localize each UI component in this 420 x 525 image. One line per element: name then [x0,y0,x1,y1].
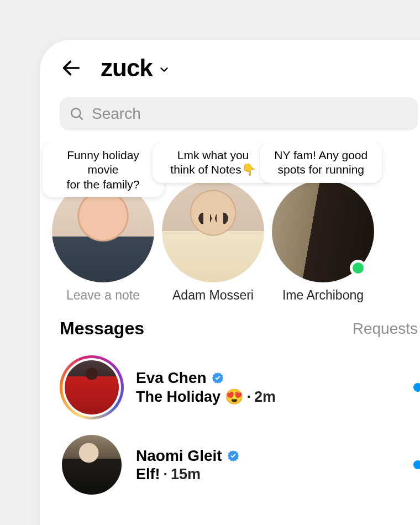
dm-inbox-screen: zuck Search Funny holiday movie for the … [40,40,420,525]
sender-name: Naomi Gleit [136,447,222,465]
back-button[interactable] [60,56,83,80]
search-placeholder: Search [92,105,141,123]
online-indicator [350,260,366,276]
avatar-wrap [60,355,124,419]
search-input[interactable]: Search [60,97,418,130]
message-content: Eva Chen The Holiday 😍 · 2m [136,369,401,406]
arrow-left-icon [60,57,82,79]
note-label: Leave a note [66,288,140,303]
message-sep: · [164,466,168,483]
message-preview: The Holiday 😍 [136,388,244,406]
section-header: Messages Requests [40,303,420,349]
requests-link[interactable]: Requests [353,320,418,338]
message-time: 15m [171,466,201,483]
chevron-down-icon [158,64,170,76]
story-ring [60,355,124,419]
avatar [65,360,119,414]
note-item[interactable]: NY fam! Any good spots for running Ime A… [272,143,374,303]
message-row[interactable]: Naomi Gleit Elf! · 15m [55,426,420,503]
sender-name: Eva Chen [136,369,207,387]
header: zuck [40,40,420,92]
note-label: Ime Archibong [282,288,364,303]
avatar [62,435,122,495]
username-title: zuck [101,54,153,82]
note-bubble: Funny holiday movie for the family? [43,143,164,197]
unread-indicator [413,460,420,469]
message-list: Eva Chen The Holiday 😍 · 2m [40,349,420,503]
account-switcher[interactable]: zuck [101,54,170,82]
message-time: 2m [254,389,276,406]
verified-badge-icon [211,371,224,385]
notes-tray: Funny holiday movie for the family? Leav… [40,143,420,303]
svg-line-2 [79,116,82,119]
message-row[interactable]: Eva Chen The Holiday 😍 · 2m [55,349,420,426]
note-bubble: Lmk what you think of Notes👇 [153,143,274,183]
message-sep: · [247,389,251,406]
note-label: Adam Mosseri [172,288,254,303]
avatar [162,180,264,282]
search-icon [70,107,84,121]
message-content: Naomi Gleit Elf! · 15m [136,447,401,483]
note-item[interactable]: Lmk what you think of Notes👇 Adam Mosser… [162,143,264,303]
messages-heading: Messages [60,318,144,339]
verified-badge-icon [227,449,240,463]
avatar-wrap [60,433,124,497]
note-bubble: NY fam! Any good spots for running [260,143,382,183]
message-preview: Elf! [136,466,160,483]
note-item-self[interactable]: Funny holiday movie for the family? Leav… [52,143,154,303]
unread-indicator [413,383,420,392]
